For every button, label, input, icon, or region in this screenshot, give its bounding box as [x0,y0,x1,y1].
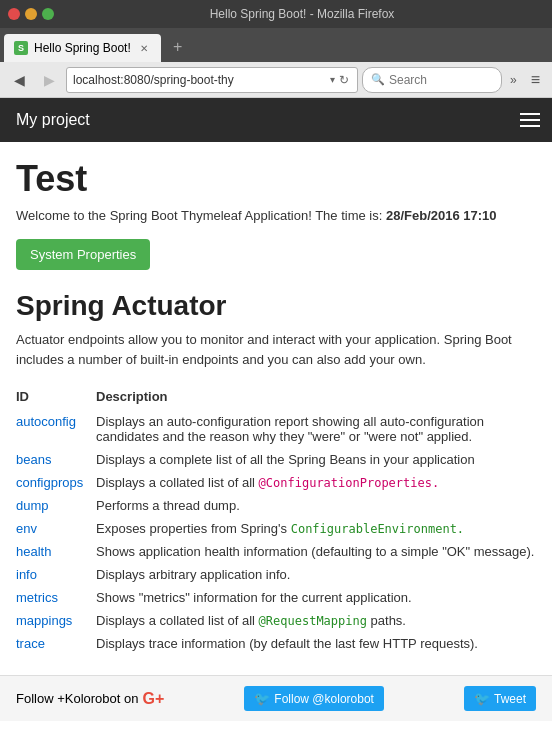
datetime: 28/Feb/2016 17:10 [386,208,497,223]
table-row: traceDisplays trace information (by defa… [16,632,536,655]
twitter-icon: 🐦 [254,691,270,706]
tweet-twitter-icon: 🐦 [474,691,490,706]
tab-close-button[interactable]: ✕ [137,41,151,55]
search-bar[interactable]: 🔍 [362,67,502,93]
titlebar: Hello Spring Boot! - Mozilla Firefox [0,0,552,28]
tab-favicon: S [14,41,28,55]
table-row: configpropsDisplays a collated list of a… [16,471,536,494]
window-controls [8,8,54,20]
window-title: Hello Spring Boot! - Mozilla Firefox [60,7,544,21]
table-row: mappingsDisplays a collated list of all … [16,609,536,632]
table-row: envExposes properties from Spring's Conf… [16,517,536,540]
endpoint-description: Shows application health information (de… [96,540,536,563]
app-header: My project [0,98,552,142]
hamburger-menu-button[interactable] [520,113,540,127]
endpoint-description: Displays trace information (by default t… [96,632,536,655]
endpoint-id[interactable]: info [16,563,96,586]
table-row: healthShows application health informati… [16,540,536,563]
actuator-title: Spring Actuator [16,290,536,322]
table-row: metricsShows "metrics" information for t… [16,586,536,609]
system-properties-button[interactable]: System Properties [16,239,150,270]
endpoint-description: Displays a complete list of all the Spri… [96,448,536,471]
tab-bar: S Hello Spring Boot! ✕ + [0,28,552,62]
table-row: dumpPerforms a thread dump. [16,494,536,517]
endpoints-table: ID Description autoconfigDisplays an aut… [16,385,536,655]
tweet-button[interactable]: 🐦 Tweet [464,686,536,711]
follow-section: Follow +Kolorobot on G+ [16,690,164,708]
extend-button[interactable]: » [506,71,521,89]
search-icon: 🔍 [371,73,385,86]
table-row: beansDisplays a complete list of all the… [16,448,536,471]
navigation-bar: ◀ ▶ localhost:8080/spring-boot-thy ▾ ↻ 🔍… [0,62,552,98]
endpoint-description: Displays a collated list of all @Request… [96,609,536,632]
endpoint-id[interactable]: metrics [16,586,96,609]
footer: Follow +Kolorobot on G+ 🐦 Follow @koloro… [0,675,552,721]
endpoint-id[interactable]: beans [16,448,96,471]
welcome-text: Welcome to the Spring Boot Thymeleaf App… [16,208,536,223]
reload-button[interactable]: ↻ [337,73,351,87]
endpoint-description: Displays arbitrary application info. [96,563,536,586]
table-row: autoconfigDisplays an auto-configuration… [16,410,536,448]
maximize-window-button[interactable] [42,8,54,20]
browser-menu-button[interactable]: ≡ [525,69,546,91]
actuator-description: Actuator endpoints allow you to monitor … [16,330,536,369]
address-dropdown-icon[interactable]: ▾ [328,74,337,85]
tweet-label: Tweet [494,692,526,706]
browser-tab[interactable]: S Hello Spring Boot! ✕ [4,34,161,62]
endpoint-description: Performs a thread dump. [96,494,536,517]
main-content: Test Welcome to the Spring Boot Thymelea… [0,142,552,655]
col-description: Description [96,385,536,410]
col-id: ID [16,385,96,410]
app-header-title: My project [16,111,90,129]
minimize-window-button[interactable] [25,8,37,20]
endpoint-description: Exposes properties from Spring's Configu… [96,517,536,540]
endpoint-id[interactable]: health [16,540,96,563]
google-plus-icon[interactable]: G+ [143,690,165,708]
forward-button[interactable]: ▶ [36,67,62,93]
endpoint-description: Shows "metrics" information for the curr… [96,586,536,609]
address-text: localhost:8080/spring-boot-thy [73,73,328,87]
new-tab-button[interactable]: + [167,36,189,58]
close-window-button[interactable] [8,8,20,20]
endpoint-id[interactable]: env [16,517,96,540]
endpoint-description: Displays an auto-configuration report sh… [96,410,536,448]
follow-text: Follow +Kolorobot on [16,691,139,706]
endpoint-id[interactable]: autoconfig [16,410,96,448]
tab-label: Hello Spring Boot! [34,41,131,55]
endpoint-id[interactable]: configprops [16,471,96,494]
address-bar[interactable]: localhost:8080/spring-boot-thy ▾ ↻ [66,67,358,93]
search-input[interactable] [389,73,489,87]
table-row: infoDisplays arbitrary application info. [16,563,536,586]
page-title: Test [16,158,536,200]
endpoint-id[interactable]: trace [16,632,96,655]
twitter-follow-button[interactable]: 🐦 Follow @kolorobot [244,686,384,711]
endpoint-id[interactable]: mappings [16,609,96,632]
endpoint-description: Displays a collated list of all @Configu… [96,471,536,494]
endpoint-id[interactable]: dump [16,494,96,517]
twitter-follow-label: Follow @kolorobot [274,692,374,706]
back-button[interactable]: ◀ [6,67,32,93]
